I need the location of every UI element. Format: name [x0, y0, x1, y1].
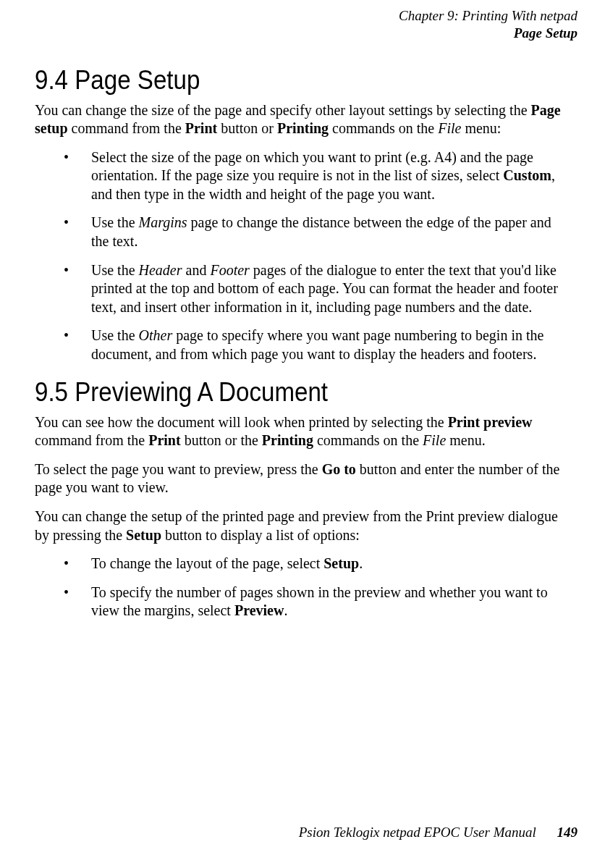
section-94-intro: You can change the size of the page and … [35, 101, 570, 138]
header-chapter-line: Chapter 9: Printing With netpad [28, 7, 578, 25]
page-header: Chapter 9: Printing With netpad Page Set… [28, 7, 578, 42]
list-item: To specify the number of pages shown in … [64, 583, 570, 620]
section-94-bullets: Select the size of the page on which you… [35, 148, 570, 364]
list-item: Select the size of the page on which you… [64, 148, 570, 204]
list-item: Use the Other page to specify where you … [64, 326, 570, 363]
section-95-para1: You can see how the document will look w… [35, 413, 570, 450]
footer-page-number: 149 [557, 825, 578, 840]
section-95-para3: You can change the setup of the printed … [35, 507, 570, 544]
section-95-bullets: To change the layout of the page, select… [35, 555, 570, 620]
section-94-heading: 9.4 Page Setup [35, 65, 528, 96]
page-footer: Psion Teklogix netpad EPOC User Manual 1… [299, 825, 578, 840]
page-content: 9.4 Page Setup You can change the size o… [28, 65, 578, 620]
list-item: Use the Header and Footer pages of the d… [64, 261, 570, 317]
header-section-line: Page Setup [28, 25, 578, 42]
section-95-para2: To select the page you want to preview, … [35, 460, 570, 497]
section-95-heading: 9.5 Previewing A Document [35, 377, 528, 408]
footer-manual-title: Psion Teklogix netpad EPOC User Manual [299, 825, 536, 840]
list-item: To change the layout of the page, select… [64, 555, 570, 573]
list-item: Use the Margins page to change the dista… [64, 214, 570, 250]
